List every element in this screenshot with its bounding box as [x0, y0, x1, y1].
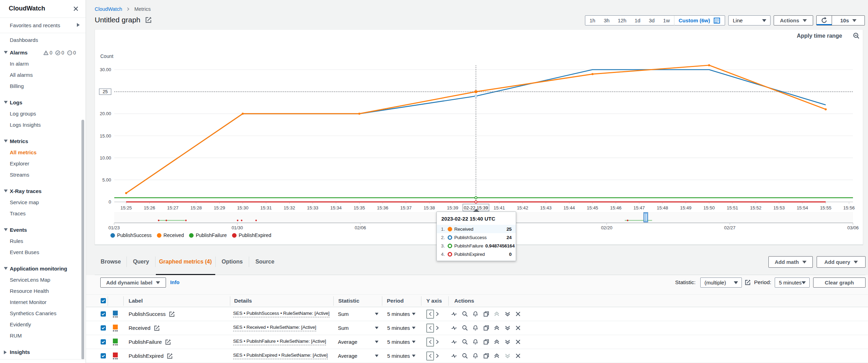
select-all-checkbox[interactable]: [101, 298, 106, 303]
sidebar-item-dashboards[interactable]: Dashboards: [0, 35, 86, 46]
sidebar-item-logs-insights[interactable]: Logs Insights: [0, 119, 86, 131]
row-checkbox[interactable]: [101, 339, 106, 345]
legend-item-received[interactable]: Received: [157, 232, 184, 238]
legend-item-publishsuccess[interactable]: PublishSuccess: [110, 232, 152, 238]
sidebar-item-streams[interactable]: Streams: [0, 169, 86, 180]
move-up-icon[interactable]: [494, 311, 500, 317]
edit-title-icon[interactable]: [145, 16, 152, 23]
remove-icon[interactable]: [515, 311, 521, 317]
move-down-icon[interactable]: [505, 311, 511, 317]
sidebar-section-insights[interactable]: Insights: [0, 347, 86, 358]
sidebar-item-event-buses[interactable]: Event Buses: [0, 247, 86, 258]
duplicate-icon[interactable]: [483, 311, 489, 317]
range-1h-button[interactable]: 1h: [585, 17, 600, 23]
add-math-button[interactable]: Add math: [768, 256, 813, 268]
y-axis-right-button[interactable]: [435, 354, 439, 358]
y-axis-left-button[interactable]: [426, 351, 434, 361]
row-checkbox[interactable]: [101, 353, 106, 358]
sidebar-section-alarms[interactable]: Alarms 0 0 0: [0, 47, 86, 58]
duplicate-icon[interactable]: [483, 325, 489, 331]
y-axis-left-button[interactable]: [426, 338, 434, 347]
tab-browse[interactable]: Browse: [95, 259, 126, 265]
chart-type-select[interactable]: Line: [728, 15, 771, 25]
sidebar-item-billing[interactable]: Billing: [0, 81, 86, 92]
range-3d-button[interactable]: 3d: [645, 17, 659, 23]
metric-details[interactable]: SES • PublishExpired • RuleSetName: [Act…: [233, 353, 328, 359]
statistic-cell[interactable]: Sum: [338, 307, 378, 321]
y-axis-left-button[interactable]: [426, 324, 434, 333]
sidebar-item-resource-health[interactable]: Resource Health: [0, 286, 86, 297]
sidebar-scrollbar[interactable]: [81, 120, 84, 360]
in-alarm-badge[interactable]: 0: [43, 47, 52, 58]
y-axis-right-button[interactable]: [435, 340, 439, 344]
sidebar-section-events[interactable]: Events: [0, 224, 86, 236]
sidebar-item-service-map[interactable]: Service map: [0, 197, 86, 208]
create-alarm-icon[interactable]: [472, 311, 478, 317]
range-3h-button[interactable]: 3h: [600, 17, 614, 23]
view-metric-icon[interactable]: [451, 339, 457, 345]
move-up-icon[interactable]: [494, 339, 500, 345]
edit-label-icon[interactable]: [169, 311, 175, 317]
row-checkbox[interactable]: [101, 311, 106, 317]
tab-options[interactable]: Options: [216, 259, 249, 265]
search-icon[interactable]: [462, 353, 468, 359]
move-down-icon[interactable]: [505, 325, 511, 331]
edit-label-icon[interactable]: [165, 339, 171, 345]
duplicate-icon[interactable]: [483, 339, 489, 345]
range-12h-button[interactable]: 12h: [614, 17, 630, 23]
series-color-swatch[interactable]: [113, 353, 118, 357]
breadcrumb-cloudwatch-link[interactable]: CloudWatch: [95, 6, 122, 12]
period-cell[interactable]: 5 minutes: [387, 349, 415, 363]
edit-label-icon[interactable]: [167, 353, 173, 359]
y-axis-right-button[interactable]: [435, 326, 439, 330]
move-down-icon[interactable]: [505, 353, 511, 359]
period-cell[interactable]: 5 minutes: [387, 321, 415, 335]
edit-label-icon[interactable]: [154, 325, 160, 331]
view-metric-icon[interactable]: [451, 353, 457, 359]
y-axis-left-button[interactable]: [426, 310, 434, 319]
close-icon[interactable]: [73, 6, 79, 12]
series-color-swatch[interactable]: [113, 325, 118, 329]
statistic-cell[interactable]: Average: [338, 349, 378, 363]
legend-item-publishexpired[interactable]: PublishExpired: [232, 232, 271, 238]
metric-details[interactable]: SES • Received • RuleSetName: [Active]: [233, 325, 316, 331]
sidebar-item-all-alarms[interactable]: All alarms: [0, 69, 86, 81]
range-1w-button[interactable]: 1w: [659, 17, 674, 23]
remove-icon[interactable]: [515, 353, 521, 359]
y-axis-right-button[interactable]: [435, 312, 439, 316]
tab-source[interactable]: Source: [249, 259, 281, 265]
period-cell[interactable]: 5 minutes: [387, 335, 415, 349]
sidebar-item-evidently[interactable]: Evidently: [0, 319, 86, 330]
sidebar-item-in-alarm[interactable]: In alarm: [0, 58, 86, 69]
duplicate-icon[interactable]: [483, 353, 489, 359]
edit-statistic-icon[interactable]: [745, 279, 751, 286]
remove-icon[interactable]: [515, 339, 521, 345]
legend-item-publishfailure[interactable]: PublishFailure: [189, 232, 227, 238]
create-alarm-icon[interactable]: [472, 339, 478, 345]
search-icon[interactable]: [462, 325, 468, 331]
column-header-statistic[interactable]: Statistic: [338, 298, 359, 304]
insufficient-badge[interactable]: 0: [67, 47, 76, 58]
actions-button[interactable]: Actions: [774, 15, 813, 25]
series-color-swatch[interactable]: [113, 311, 118, 316]
period-select[interactable]: 5 minutes: [775, 277, 810, 288]
sidebar-item-explorer[interactable]: Explorer: [0, 158, 86, 169]
view-metric-icon[interactable]: [451, 311, 457, 317]
sidebar-item-rules[interactable]: Rules: [0, 236, 86, 247]
sidebar-item-internet-monitor[interactable]: Internet Monitor: [0, 297, 86, 308]
move-down-icon[interactable]: [505, 339, 511, 345]
refresh-button[interactable]: [817, 16, 832, 25]
refresh-interval-select[interactable]: 10s: [832, 16, 865, 25]
sidebar-section-application-monitoring[interactable]: Application monitoring: [0, 263, 86, 274]
sidebar-item-servicelens-map[interactable]: ServiceLens Map: [0, 274, 86, 286]
ok-badge[interactable]: 0: [55, 47, 64, 58]
sidebar-item-all-metrics[interactable]: All metrics: [0, 147, 86, 158]
sidebar-section-logs[interactable]: Logs: [0, 97, 86, 108]
search-icon[interactable]: [462, 311, 468, 317]
add-query-button[interactable]: Add query: [817, 256, 866, 268]
statistic-cell[interactable]: Sum: [338, 321, 378, 335]
column-header-details[interactable]: Details: [234, 298, 252, 304]
column-header-period[interactable]: Period: [387, 298, 404, 304]
tab-query[interactable]: Query: [127, 259, 155, 265]
row-checkbox[interactable]: [101, 325, 106, 331]
